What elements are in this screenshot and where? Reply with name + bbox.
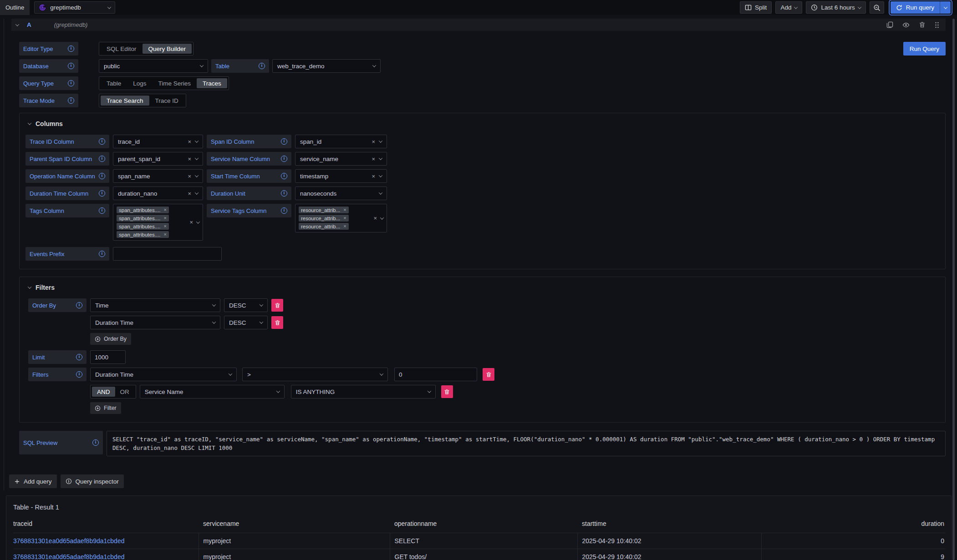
events-prefix-input[interactable] [113, 247, 222, 261]
radio-sql-editor[interactable]: SQL Editor [101, 44, 143, 54]
info-icon[interactable] [281, 207, 287, 214]
column-header-servicename[interactable]: servicename [199, 517, 390, 533]
radio-query-builder[interactable]: Query Builder [143, 44, 192, 54]
clear-icon[interactable]: × [188, 191, 191, 197]
duration-time-column-select[interactable]: duration_nano× [113, 187, 203, 200]
info-icon[interactable] [99, 190, 105, 197]
info-icon[interactable] [281, 173, 287, 179]
remove-chip-icon[interactable]: × [163, 216, 166, 221]
info-icon[interactable] [259, 63, 265, 69]
info-icon[interactable] [99, 207, 105, 214]
tags-column-multiselect[interactable]: span_attributes....× span_attributes....… [113, 204, 203, 241]
info-icon[interactable] [68, 45, 74, 52]
info-icon[interactable] [99, 138, 105, 145]
clear-all-icon[interactable]: × [189, 219, 193, 225]
query-editor-header[interactable]: A (greptimedb) [11, 19, 946, 31]
column-header-duration[interactable]: duration [761, 517, 945, 533]
run-query-inline-button[interactable]: Run Query [903, 42, 946, 55]
info-icon[interactable] [99, 251, 105, 257]
info-icon[interactable] [76, 371, 82, 378]
outline-button[interactable]: Outline [0, 0, 30, 15]
split-button[interactable]: Split [740, 1, 772, 14]
filter-field-select[interactable]: Duration Time [90, 368, 237, 381]
database-select[interactable]: public [99, 59, 208, 73]
remove-chip-icon[interactable]: × [163, 232, 166, 237]
info-icon[interactable] [92, 439, 99, 446]
remove-order-by-button[interactable] [271, 316, 283, 329]
run-query-button[interactable]: Run query [891, 1, 940, 14]
limit-input[interactable] [90, 350, 126, 364]
add-dropdown-button[interactable]: Add [775, 1, 802, 14]
info-icon[interactable] [281, 156, 287, 162]
radio-table[interactable]: Table [101, 78, 127, 88]
toggle-visibility-icon[interactable] [902, 21, 910, 29]
service-tags-column-multiselect[interactable]: resource_attrib...× resource_attrib...× … [295, 204, 387, 232]
remove-chip-icon[interactable]: × [343, 207, 346, 212]
info-icon[interactable] [99, 173, 105, 179]
clear-icon[interactable]: × [372, 139, 375, 145]
order-by-field-select[interactable]: Time [90, 298, 220, 312]
service-name-column-select[interactable]: service_name× [295, 152, 387, 166]
info-icon[interactable] [68, 80, 74, 86]
add-filter-button[interactable]: Filter [90, 402, 121, 414]
remove-chip-icon[interactable]: × [343, 216, 346, 221]
column-header-operationname[interactable]: operationname [390, 517, 577, 533]
filters-section-header[interactable]: Filters [28, 284, 938, 291]
datasource-picker[interactable]: greptimedb [34, 1, 115, 14]
add-order-by-button[interactable]: Order By [90, 333, 131, 345]
radio-or[interactable]: OR [115, 387, 134, 397]
start-time-column-select[interactable]: timestamp× [295, 169, 387, 183]
clear-icon[interactable]: × [372, 173, 375, 179]
remove-chip-icon[interactable]: × [163, 207, 166, 212]
time-range-picker[interactable]: Last 6 hours [806, 1, 865, 14]
order-by-direction-select[interactable]: DESC [224, 298, 268, 312]
remove-chip-icon[interactable]: × [343, 224, 346, 229]
info-icon[interactable] [281, 190, 287, 197]
radio-time-series[interactable]: Time Series [153, 78, 197, 88]
zoom-out-time-button[interactable] [870, 1, 884, 14]
filter-operator-select[interactable]: IS ANYTHING [291, 385, 436, 399]
vertical-scrollbar[interactable] [952, 19, 955, 560]
duration-unit-select[interactable]: nanoseconds [295, 187, 387, 200]
info-icon[interactable] [76, 354, 82, 360]
clear-icon[interactable]: × [188, 156, 191, 162]
add-query-button[interactable]: Add query [9, 474, 57, 488]
drag-handle-icon[interactable] [935, 21, 939, 29]
info-icon[interactable] [68, 63, 74, 69]
table-select[interactable]: web_trace_demo [272, 59, 381, 73]
remove-chip-icon[interactable]: × [163, 224, 166, 229]
column-header-starttime[interactable]: starttime [577, 517, 761, 533]
radio-trace-search[interactable]: Trace Search [101, 96, 149, 106]
info-icon[interactable] [99, 156, 105, 162]
remove-query-icon[interactable] [919, 21, 926, 28]
clear-all-icon[interactable]: × [373, 215, 377, 221]
info-icon[interactable] [76, 302, 82, 308]
span-id-column-select[interactable]: span_id× [295, 135, 387, 148]
order-by-direction-select[interactable]: DESC [224, 316, 268, 329]
radio-and[interactable]: AND [92, 387, 115, 397]
filter-operator-select[interactable]: > [242, 368, 388, 381]
info-icon[interactable] [68, 97, 74, 104]
radio-trace-id[interactable]: Trace ID [149, 96, 184, 106]
filter-field-select[interactable]: Service Name [140, 385, 285, 399]
clear-icon[interactable]: × [188, 139, 191, 145]
info-icon[interactable] [281, 138, 287, 145]
query-inspector-button[interactable]: Query inspector [61, 474, 124, 488]
column-header-traceid[interactable]: traceid [13, 517, 199, 533]
trace-id-link[interactable]: 3768831301ea0d65adaef8b9da1cbded [13, 553, 124, 560]
trace-id-link[interactable]: 3768831301ea0d65adaef8b9da1cbded [13, 537, 124, 545]
duplicate-query-icon[interactable] [886, 21, 893, 28]
radio-traces[interactable]: Traces [197, 78, 227, 88]
order-by-field-select[interactable]: Duration Time [90, 316, 220, 329]
remove-order-by-button[interactable] [271, 299, 283, 312]
run-query-caret-button[interactable] [940, 1, 951, 14]
remove-filter-button[interactable] [441, 385, 453, 398]
clear-icon[interactable]: × [188, 173, 191, 179]
columns-section-header[interactable]: Columns [28, 120, 938, 127]
filter-value-input[interactable] [394, 368, 477, 381]
trace-id-column-select[interactable]: trace_id× [113, 135, 203, 148]
operation-name-column-select[interactable]: span_name× [113, 169, 203, 183]
remove-filter-button[interactable] [483, 368, 494, 381]
collapse-chevron-icon[interactable] [15, 22, 19, 26]
clear-icon[interactable]: × [372, 156, 375, 162]
